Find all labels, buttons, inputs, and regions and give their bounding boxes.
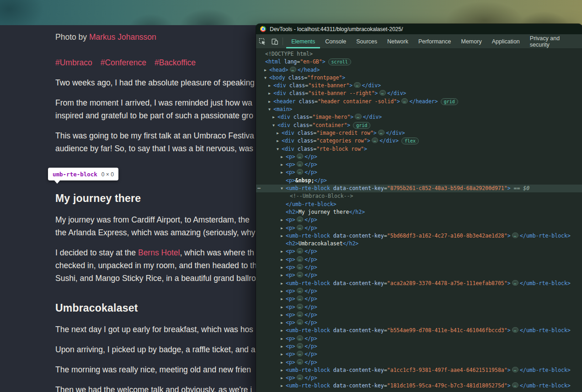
expand-arrow-icon[interactable]: ▶ <box>281 319 283 327</box>
dom-tree-row[interactable]: ▶<div class="image-hero">…</div> <box>256 113 582 121</box>
dom-tree-row[interactable]: ▶<p>…</p> <box>256 264 582 271</box>
expand-arrow-icon[interactable]: ▶ <box>277 129 279 137</box>
expand-children-ellipsis-button[interactable]: … <box>297 248 303 254</box>
expand-children-ellipsis-button[interactable]: … <box>512 367 518 372</box>
expand-arrow-icon[interactable]: ▶ <box>281 256 283 264</box>
expand-arrow-icon[interactable]: ▶ <box>281 287 283 295</box>
dom-tree-row[interactable]: ▶<p>…</p> <box>256 161 582 169</box>
layout-badge-grid[interactable]: grid <box>353 122 370 129</box>
expand-arrow-icon[interactable]: ▶ <box>281 359 283 366</box>
expand-children-ellipsis-button[interactable]: … <box>297 272 303 277</box>
dom-tree-row[interactable]: <!--Umbraco-Block--> <box>256 192 582 200</box>
dom-tree-row[interactable]: ⋯▼<umb-rte-block data-content-key="8795b… <box>256 185 582 192</box>
expand-arrow-icon[interactable]: ▶ <box>281 350 283 358</box>
dom-tree-row[interactable]: ▶<p>…</p> <box>256 169 582 176</box>
dom-tree-row[interactable]: ▼<div class="rte-block row"> <box>256 145 582 153</box>
expand-children-ellipsis-button[interactable]: … <box>297 343 303 349</box>
expand-children-ellipsis-button[interactable]: … <box>297 154 303 159</box>
article-link[interactable]: Berns Hotel <box>138 248 180 257</box>
expand-arrow-icon[interactable]: ▶ <box>268 90 271 97</box>
expand-children-ellipsis-button[interactable]: … <box>297 161 303 167</box>
tab-sources[interactable]: Sources <box>351 34 382 48</box>
expand-children-ellipsis-button[interactable]: … <box>297 312 303 317</box>
expand-children-ellipsis-button[interactable]: … <box>401 98 408 104</box>
dom-tree-row[interactable]: ▶<p>…</p> <box>256 374 582 382</box>
expand-children-ellipsis-button[interactable]: … <box>297 359 303 365</box>
expand-arrow-icon[interactable]: ▶ <box>281 374 283 382</box>
expand-arrow-icon[interactable]: ▶ <box>264 66 267 74</box>
layout-badge-scroll[interactable]: scroll <box>328 58 351 65</box>
expand-children-ellipsis-button[interactable]: … <box>297 304 303 309</box>
dom-tree-row[interactable]: ▶<head>…</head> <box>256 66 582 74</box>
dom-tree-row[interactable]: <h2>Umbracokalaset</h2> <box>256 240 582 248</box>
expand-arrow-icon[interactable]: ▶ <box>281 153 283 161</box>
dom-tree-row[interactable]: ▶<div class="site-banner --right">…</div… <box>256 90 582 97</box>
category-tag-link[interactable]: #Conference <box>101 58 146 67</box>
tab-console[interactable]: Console <box>320 34 351 48</box>
expand-children-ellipsis-button[interactable]: … <box>297 375 303 380</box>
dom-tree-row[interactable]: ▼<div class="container">grid <box>256 122 582 129</box>
dom-tree-row[interactable]: ▶<div class="categories row">…</div>flex <box>256 137 582 145</box>
category-tag-link[interactable]: #Backoffice <box>155 58 196 67</box>
dom-tree-row[interactable]: <!DOCTYPE html> <box>256 50 582 58</box>
dom-tree-row[interactable]: ▶<p>…</p> <box>256 248 582 255</box>
expand-arrow-icon[interactable]: ▶ <box>281 248 283 255</box>
dom-tree-row[interactable]: <p>&nbsp;</p> <box>256 177 582 185</box>
dom-tree-row[interactable]: ▶<div class="site-banner">…</div> <box>256 82 582 90</box>
expand-arrow-icon[interactable]: ▶ <box>281 216 283 224</box>
layout-badge-flex[interactable]: flex <box>401 138 419 144</box>
dom-tree-row[interactable]: <html lang="en-GB">scroll <box>256 58 582 66</box>
collapse-arrow-icon[interactable]: ▼ <box>268 106 271 113</box>
tab-application[interactable]: Application <box>487 34 525 48</box>
expand-children-ellipsis-button[interactable]: … <box>297 264 303 270</box>
expand-children-ellipsis-button[interactable]: … <box>297 169 303 175</box>
expand-arrow-icon[interactable]: ▶ <box>281 327 283 334</box>
expand-arrow-icon[interactable]: ▶ <box>281 271 283 279</box>
expand-arrow-icon[interactable]: ▶ <box>281 335 283 343</box>
dom-tree-row[interactable]: ▶<p>…</p> <box>256 224 582 232</box>
expand-children-ellipsis-button[interactable]: … <box>512 327 518 333</box>
expand-children-ellipsis-button[interactable]: … <box>297 351 303 356</box>
dom-tree-row[interactable]: ▶<p>…</p> <box>256 216 582 224</box>
expand-arrow-icon[interactable]: ▶ <box>281 169 283 176</box>
collapse-arrow-icon[interactable]: ▼ <box>281 185 283 192</box>
dom-tree-row[interactable]: ▶<p>…</p> <box>256 303 582 311</box>
expand-arrow-icon[interactable]: ▶ <box>272 113 275 121</box>
devtools-titlebar[interactable]: DevTools - localhost:44311/blog/umbracok… <box>256 24 582 34</box>
tab-privacy-and-security[interactable]: Privacy and security <box>525 34 582 48</box>
expand-arrow-icon[interactable]: ▶ <box>268 98 271 106</box>
dom-tree-row[interactable]: <h2>My journey there</h2> <box>256 208 582 216</box>
collapse-arrow-icon[interactable]: ▼ <box>277 145 279 153</box>
dom-tree-row[interactable]: ▶<umb-rte-block data-content-key="b554ae… <box>256 327 582 334</box>
expand-children-ellipsis-button[interactable]: … <box>297 217 303 222</box>
expand-children-ellipsis-button[interactable]: … <box>379 90 386 95</box>
expand-children-ellipsis-button[interactable]: … <box>297 319 303 325</box>
dom-tree-row[interactable]: ▶<umb-rte-block data-content-key="aca2a2… <box>256 280 582 287</box>
dom-tree-row[interactable]: ▶<p>…</p> <box>256 311 582 319</box>
expand-arrow-icon[interactable]: ▶ <box>281 366 283 374</box>
expand-children-ellipsis-button[interactable]: … <box>297 296 303 301</box>
expand-arrow-icon[interactable]: ▶ <box>281 264 283 271</box>
dom-tree-row[interactable]: ▶<p>…</p> <box>256 335 582 343</box>
dom-tree-row[interactable]: ▶<div class="image-credit row">…</div> <box>256 129 582 137</box>
expand-arrow-icon[interactable]: ▶ <box>281 311 283 319</box>
expand-children-ellipsis-button[interactable]: … <box>512 233 518 238</box>
expand-arrow-icon[interactable]: ▶ <box>281 343 283 350</box>
expand-children-ellipsis-button[interactable]: … <box>512 382 518 388</box>
expand-children-ellipsis-button[interactable]: … <box>297 256 303 262</box>
article-link[interactable]: Markus Johansson <box>89 32 156 42</box>
expand-children-ellipsis-button[interactable]: … <box>297 288 303 293</box>
expand-arrow-icon[interactable]: ▶ <box>281 232 283 240</box>
dom-tree-row[interactable]: ▶<p>…</p> <box>256 343 582 350</box>
expand-children-ellipsis-button[interactable]: … <box>372 138 378 143</box>
dom-tree-row[interactable]: ▶<p>…</p> <box>256 319 582 327</box>
expand-arrow-icon[interactable]: ▶ <box>281 295 283 303</box>
dom-tree-row[interactable]: ▶<p>…</p> <box>256 256 582 264</box>
dom-tree-row[interactable]: </umb-rte-block> <box>256 201 582 208</box>
dom-tree-row[interactable]: ▼<body class="frontpage"> <box>256 74 582 82</box>
expand-children-ellipsis-button[interactable]: … <box>512 280 518 286</box>
dom-tree-row[interactable]: ▶<p>…</p> <box>256 153 582 161</box>
expand-children-ellipsis-button[interactable]: … <box>297 335 303 341</box>
expand-children-ellipsis-button[interactable]: … <box>378 130 384 135</box>
expand-arrow-icon[interactable]: ▶ <box>281 303 283 311</box>
